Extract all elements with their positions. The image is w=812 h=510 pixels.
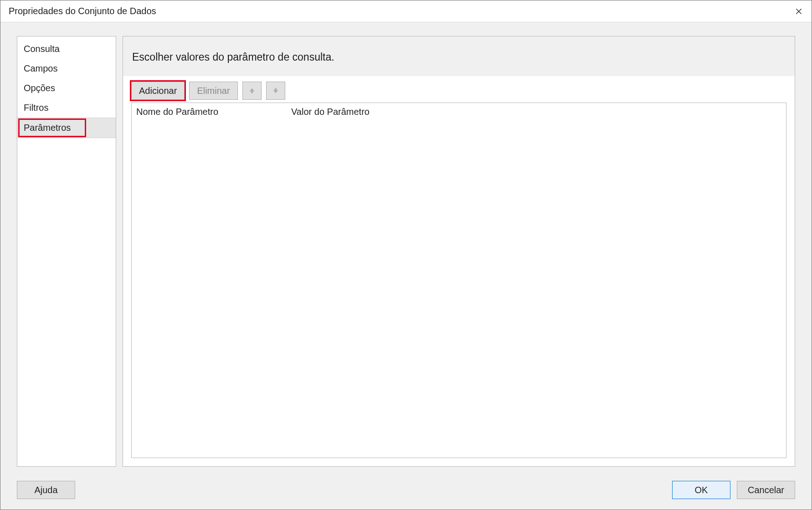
add-button-label: Adicionar xyxy=(139,86,177,96)
ok-button[interactable]: OK xyxy=(672,481,730,499)
sidebar-item-parametros[interactable]: Parâmetros xyxy=(17,118,116,138)
dialog-body: Consulta Campos Opções Filtros Parâmetro… xyxy=(0,22,812,478)
move-up-button[interactable] xyxy=(242,82,262,100)
sidebar-item-opcoes[interactable]: Opções xyxy=(17,78,116,98)
column-header-value[interactable]: Valor do Parâmetro xyxy=(287,105,786,119)
move-down-button[interactable] xyxy=(266,82,285,100)
delete-button-label: Eliminar xyxy=(197,86,230,96)
close-icon xyxy=(796,8,802,15)
titlebar: Propriedades do Conjunto de Dados xyxy=(0,0,812,22)
column-header-name[interactable]: Nome do Parâmetro xyxy=(132,105,287,119)
move-up-icon xyxy=(249,88,255,94)
main-panel: Escolher valores do parâmetro de consult… xyxy=(123,36,795,467)
toolbar: Adicionar Eliminar xyxy=(131,82,786,100)
sidebar-item-label: Filtros xyxy=(24,103,48,113)
parameters-grid[interactable]: Nome do Parâmetro Valor do Parâmetro xyxy=(131,103,786,458)
sidebar-item-label: Campos xyxy=(24,63,57,73)
sidebar-item-label: Consulta xyxy=(24,44,60,54)
move-down-icon xyxy=(272,88,279,94)
cancel-button[interactable]: Cancelar xyxy=(737,481,795,499)
dialog-window: Propriedades do Conjunto de Dados Consul… xyxy=(0,0,812,510)
grid-header-row: Nome do Parâmetro Valor do Parâmetro xyxy=(132,103,786,119)
dialog-footer: Ajuda OK Cancelar xyxy=(0,478,812,510)
sidebar-item-campos[interactable]: Campos xyxy=(17,59,116,78)
help-button[interactable]: Ajuda xyxy=(17,481,75,499)
add-button[interactable]: Adicionar xyxy=(131,82,185,100)
panel-content: Adicionar Eliminar Nome do Parâ xyxy=(123,76,795,466)
sidebar-item-label: Opções xyxy=(24,83,55,93)
delete-button[interactable]: Eliminar xyxy=(189,82,237,100)
close-button[interactable] xyxy=(786,0,812,22)
sidebar: Consulta Campos Opções Filtros Parâmetro… xyxy=(17,36,116,467)
sidebar-item-label: Parâmetros xyxy=(24,123,71,133)
window-title: Propriedades do Conjunto de Dados xyxy=(9,6,156,16)
sidebar-item-consulta[interactable]: Consulta xyxy=(17,39,116,59)
sidebar-item-filtros[interactable]: Filtros xyxy=(17,98,116,118)
panel-heading: Escolher valores do parâmetro de consult… xyxy=(123,36,795,76)
